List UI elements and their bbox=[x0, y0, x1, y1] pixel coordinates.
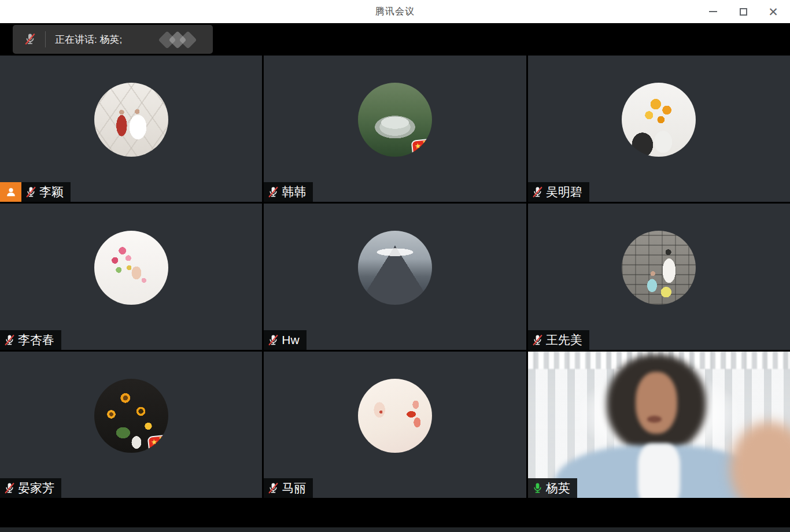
participant-label: 李颖 bbox=[0, 182, 71, 202]
avatar bbox=[622, 231, 696, 305]
participant-name: 晏家芳 bbox=[18, 480, 54, 496]
minimize-icon bbox=[709, 11, 717, 12]
close-button[interactable]: ✕ bbox=[767, 5, 780, 18]
participant-label: Hw bbox=[264, 330, 306, 350]
participant-label: 韩韩 bbox=[264, 182, 313, 202]
participant-tile-yangying[interactable]: 杨英 bbox=[528, 352, 790, 498]
participant-tile-wumingbi[interactable]: 吴明碧 bbox=[528, 56, 790, 202]
avatar bbox=[94, 83, 168, 157]
banner-divider bbox=[45, 31, 46, 47]
participant-grid: 李颖 ★★★★★ 韩韩 bbox=[0, 56, 790, 498]
speaking-banner-text: 正在讲话: 杨英; bbox=[55, 33, 122, 46]
mic-muted-icon bbox=[23, 32, 37, 46]
participant-name: 马丽 bbox=[282, 480, 306, 496]
participant-label: 王先美 bbox=[528, 330, 589, 350]
participant-name: 韩韩 bbox=[282, 184, 306, 200]
participant-tile-yanjiafang[interactable]: ★★★★★ 晏家芳 bbox=[0, 352, 262, 498]
participant-tile-mali[interactable]: 马丽 bbox=[264, 352, 526, 498]
avatar: ★★★★★ bbox=[94, 379, 168, 453]
participant-name: Hw bbox=[282, 333, 299, 347]
participant-tile-hw[interactable]: Hw bbox=[264, 204, 526, 350]
participant-label: 晏家芳 bbox=[0, 478, 61, 498]
participant-name: 吴明碧 bbox=[546, 184, 582, 200]
maximize-icon bbox=[740, 8, 747, 16]
china-flag-badge-icon: ★★★★★ bbox=[147, 434, 168, 453]
window-titlebar: 腾讯会议 ✕ bbox=[0, 0, 790, 23]
participant-name: 李颖 bbox=[39, 184, 64, 200]
participant-name: 李杏春 bbox=[18, 332, 54, 348]
china-flag-badge-icon: ★★★★★ bbox=[411, 138, 432, 157]
window-title: 腾讯会议 bbox=[375, 6, 415, 18]
live-video bbox=[528, 352, 790, 498]
participant-label: 马丽 bbox=[264, 478, 313, 498]
participant-tile-wangxianmei[interactable]: 王先美 bbox=[528, 204, 790, 350]
participant-name: 王先美 bbox=[546, 332, 582, 348]
participant-label: 吴明碧 bbox=[528, 182, 589, 202]
mic-muted-icon bbox=[267, 186, 280, 199]
avatar bbox=[622, 83, 696, 157]
window-controls: ✕ bbox=[707, 0, 780, 23]
participant-tile-liying[interactable]: 李颖 bbox=[0, 56, 262, 202]
mic-muted-icon bbox=[267, 334, 280, 347]
meeting-stage: 正在讲话: 杨英; 李颖 bbox=[0, 23, 790, 532]
maximize-button[interactable] bbox=[737, 5, 750, 18]
mic-muted-icon bbox=[267, 482, 280, 495]
participant-label: 杨英 bbox=[528, 478, 577, 498]
avatar bbox=[358, 379, 432, 453]
mic-muted-icon bbox=[3, 334, 16, 347]
mic-muted-icon bbox=[531, 186, 544, 199]
speaking-banner: 正在讲话: 杨英; bbox=[13, 25, 213, 54]
avatar bbox=[94, 231, 168, 305]
mic-muted-icon bbox=[3, 482, 16, 495]
mic-muted-icon bbox=[24, 186, 38, 199]
participant-tile-lixingchun[interactable]: 李杏春 bbox=[0, 204, 262, 350]
window-bottom-edge bbox=[0, 527, 790, 532]
tencent-meeting-logo-icon bbox=[158, 32, 197, 48]
participant-name: 杨英 bbox=[546, 480, 570, 496]
participant-label: 李杏春 bbox=[0, 330, 61, 350]
avatar bbox=[358, 231, 432, 305]
mic-active-icon bbox=[531, 482, 544, 495]
minimize-button[interactable] bbox=[707, 5, 719, 18]
mic-muted-icon bbox=[531, 334, 544, 347]
avatar: ★★★★★ bbox=[358, 83, 432, 157]
person-badge-icon bbox=[0, 182, 21, 202]
participant-tile-hanhan[interactable]: ★★★★★ 韩韩 bbox=[264, 56, 526, 202]
